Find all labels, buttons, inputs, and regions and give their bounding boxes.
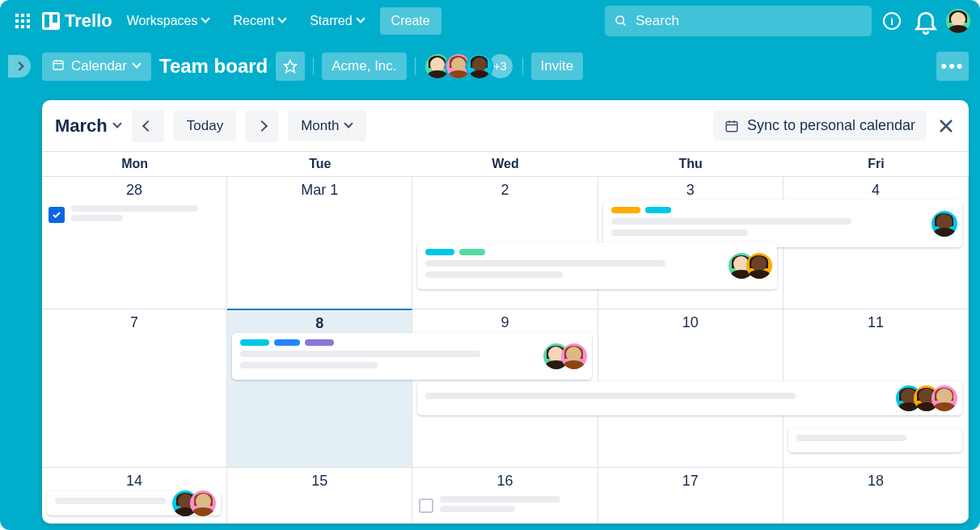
day-number: 10	[605, 314, 776, 331]
invite-button[interactable]: Invite	[531, 53, 584, 80]
card-members	[543, 343, 587, 369]
task-item[interactable]	[49, 205, 220, 225]
day-number: 4	[790, 182, 961, 199]
avatar	[746, 253, 772, 279]
separator	[415, 57, 416, 75]
info-button[interactable]: i	[878, 7, 906, 35]
board-menu-button[interactable]: •••	[936, 52, 969, 81]
calendar-cell[interactable]: 16	[412, 467, 598, 524]
board-members[interactable]: +3	[424, 53, 514, 80]
svg-marker-6	[285, 61, 297, 73]
checkbox-checked-icon[interactable]	[49, 207, 65, 223]
calendar-cell[interactable]: 18	[784, 467, 969, 524]
chevron-down-icon	[114, 122, 122, 130]
close-calendar-button[interactable]	[936, 116, 956, 136]
month-picker[interactable]: March	[55, 116, 122, 137]
day-number: Mar 1	[234, 182, 405, 199]
task-item[interactable]	[419, 496, 590, 515]
calendar-card[interactable]	[603, 200, 962, 247]
next-button[interactable]	[246, 110, 278, 142]
nav-starred[interactable]: Starred	[302, 9, 373, 33]
bell-icon	[912, 7, 940, 35]
avatar	[190, 490, 216, 516]
info-icon: i	[883, 12, 901, 30]
star-icon	[283, 59, 298, 74]
day-number: 17	[605, 473, 776, 490]
svg-rect-2	[53, 61, 63, 69]
chevron-down-icon	[357, 17, 365, 25]
chevron-down-icon	[133, 62, 142, 70]
chevron-left-icon	[144, 122, 152, 130]
search-placeholder: Search	[636, 13, 679, 29]
separator	[313, 57, 314, 75]
search-icon	[615, 15, 627, 27]
trello-logo-icon	[42, 12, 60, 30]
svg-point-0	[616, 16, 623, 23]
day-header: Thu	[598, 152, 784, 176]
calendar-cell[interactable]: 7	[42, 309, 227, 467]
card-label	[305, 339, 334, 346]
card-label	[425, 249, 454, 255]
calendar-card[interactable]	[47, 491, 221, 515]
avatar	[931, 385, 957, 411]
board-header: Calendar Team board Acme, Inc. +3 Invite…	[0, 42, 980, 90]
sync-calendar-button[interactable]: Sync to personal calendar	[713, 111, 927, 141]
nav-workspaces[interactable]: Workspaces	[119, 9, 219, 33]
calendar-week: 1415161718	[42, 467, 969, 524]
chevron-down-icon	[279, 17, 287, 25]
calendar-week: 28Mar 1234	[42, 176, 969, 309]
star-board-button[interactable]	[276, 52, 305, 81]
calendar-cell[interactable]: 17	[598, 467, 784, 524]
card-label	[459, 249, 485, 255]
calendar-week: 7891011	[42, 309, 969, 467]
day-header: Fri	[784, 152, 969, 176]
day-header: Wed	[412, 152, 598, 176]
card-members	[896, 385, 957, 411]
day-number: 9	[419, 314, 590, 331]
day-number: 15	[234, 473, 405, 490]
calendar-icon	[52, 58, 65, 75]
day-number: 16	[419, 473, 590, 490]
calendar-cell[interactable]: Mar 1	[227, 176, 412, 309]
trello-logo[interactable]: Trello	[42, 11, 112, 32]
calendar-cell[interactable]: 15	[227, 467, 412, 524]
day-number: 3	[605, 182, 776, 199]
card-members	[729, 253, 772, 279]
svg-line-1	[623, 23, 625, 25]
card-members	[931, 211, 957, 237]
logo-text: Trello	[65, 11, 112, 32]
day-number: 11	[790, 314, 961, 331]
calendar-cell[interactable]: 28	[42, 176, 227, 309]
user-avatar[interactable]	[946, 9, 970, 33]
calendar-card[interactable]	[232, 333, 591, 380]
board-title[interactable]: Team board	[159, 55, 268, 78]
calendar-card[interactable]	[788, 428, 962, 452]
card-members	[172, 490, 216, 516]
day-headers: MonTueWedThuFri	[42, 152, 969, 176]
separator	[522, 57, 523, 75]
notifications-button[interactable]	[912, 7, 940, 35]
workspace-button[interactable]: Acme, Inc.	[322, 53, 406, 80]
view-switcher[interactable]: Calendar	[42, 53, 151, 81]
app-switcher-icon[interactable]	[10, 8, 36, 34]
card-label	[240, 339, 269, 346]
expand-sidebar-button[interactable]	[8, 55, 31, 78]
search-input[interactable]: Search	[605, 6, 872, 36]
chevron-down-icon	[202, 17, 210, 25]
calendar-grid: MonTueWedThuFri 28Mar 123478910111415161…	[42, 152, 969, 524]
calendar-toolbar: March Today Month Sync to personal calen…	[42, 100, 969, 152]
day-number: 28	[49, 182, 220, 199]
prev-button[interactable]	[132, 110, 164, 142]
card-label	[611, 207, 640, 213]
calendar-card[interactable]	[417, 242, 776, 289]
top-nav: Trello Workspaces Recent Starred Create …	[0, 0, 980, 42]
view-mode-picker[interactable]: Month	[288, 111, 366, 141]
create-button[interactable]: Create	[380, 7, 441, 35]
checkbox-unchecked-icon[interactable]	[419, 498, 433, 513]
close-icon	[936, 116, 956, 136]
chevron-down-icon	[345, 122, 353, 130]
day-header: Mon	[42, 152, 227, 176]
nav-recent[interactable]: Recent	[225, 9, 295, 33]
today-button[interactable]: Today	[174, 111, 236, 141]
calendar-card[interactable]	[417, 381, 962, 415]
